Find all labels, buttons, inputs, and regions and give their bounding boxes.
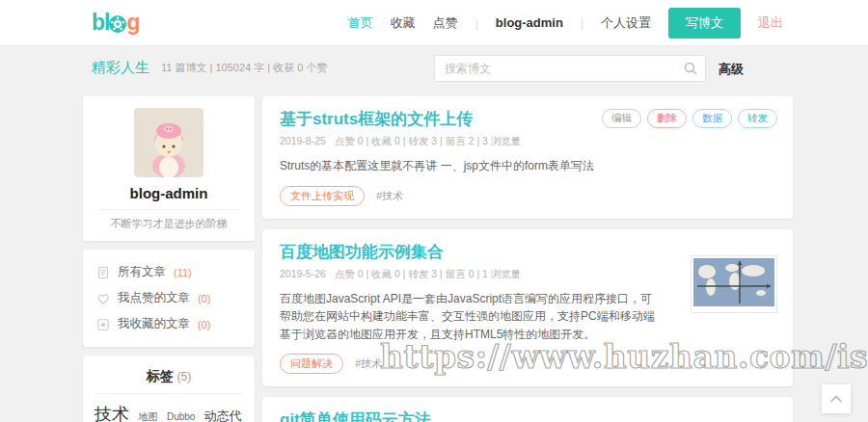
nav-home[interactable]: 首页 <box>348 14 373 32</box>
write-post-button[interactable]: 写博文 <box>668 8 741 39</box>
article-meta: 2019-8-25 点赞 0 | 收藏 0 | 转发 3 | 留言 2 | 3 … <box>280 135 775 148</box>
article-category[interactable]: #技术 <box>376 189 403 203</box>
sidebar-item-collected-articles[interactable]: 我收藏的文章 (0) <box>96 311 241 337</box>
article-tags: 文件上传实现 #技术 <box>280 186 775 206</box>
profile-divider <box>98 209 239 210</box>
sidebar-item-all-articles[interactable]: 所有文章 (11) <box>96 259 241 285</box>
article-date: 2019-5-26 <box>280 268 326 279</box>
article-tags: 问题解决 #技术 <box>280 354 775 374</box>
world-map-image <box>693 258 774 306</box>
sidebar-item-liked-articles[interactable]: 我点赞的文章 (0) <box>96 285 241 311</box>
blog-stats: 11 篇博文 | 105024 字 | 收获 0 个赞 <box>161 61 327 75</box>
tag-item[interactable]: 技术 <box>95 405 129 422</box>
avatar[interactable] <box>134 108 203 177</box>
article-actions: 编辑 删除 数据 转发 <box>602 109 777 128</box>
article-tag-pill[interactable]: 文件上传实现 <box>280 186 365 206</box>
tag-item[interactable]: 地图 <box>138 411 157 422</box>
nav-collect[interactable]: 收藏 <box>391 14 416 32</box>
blog-info-bar: 精彩人生 11 篇博文 | 105024 字 | 收获 0 个赞 <box>92 46 327 89</box>
sidebar-menu-card: 所有文章 (11) 我点赞的文章 (0) 我收藏的文章 (0) <box>83 250 255 347</box>
search-box <box>434 55 706 82</box>
logo-text-bl: bl <box>92 10 109 36</box>
menu-count: (0) <box>198 319 210 330</box>
chevron-up-icon <box>829 394 843 404</box>
main-nav: 首页 收藏 点赞 | blog-admin | 个人设置 写博文 退出 <box>348 8 783 39</box>
menu-label: 我点赞的文章 <box>118 290 190 306</box>
logout-link[interactable]: 退出 <box>758 14 783 32</box>
tag-cloud: 技术 地图 Dubbo 动态代理 适配器设计模式 <box>95 393 243 422</box>
advanced-search-link[interactable]: 高级 <box>719 61 744 78</box>
delete-button[interactable]: 删除 <box>647 109 687 128</box>
article-card: git简单使用码云方法 2018-8-26 点赞 0 | 收藏 0 | 转发 0… <box>262 397 793 422</box>
article-stats: 点赞 0 | 收藏 0 | 转发 3 | 留言 2 | 3 浏览量 <box>335 135 522 146</box>
nav-settings[interactable]: 个人设置 <box>601 14 651 32</box>
blog-logo[interactable]: bl g <box>92 10 140 36</box>
nav-divider: | <box>475 16 478 30</box>
menu-label: 我收藏的文章 <box>118 316 190 332</box>
top-header: bl g 首页 收藏 点赞 | blog-admin | 个人设置 写博文 退出 <box>0 0 868 46</box>
star-box-icon <box>96 318 110 331</box>
heart-icon <box>96 292 110 305</box>
article-thumbnail[interactable] <box>691 255 777 313</box>
nav-like[interactable]: 点赞 <box>433 14 458 32</box>
logo-text-g: g <box>126 10 139 36</box>
sidebar: blog-admin 不断学习才是进步的阶梯 所有文章 (11) 我点赞的文章 <box>83 96 255 422</box>
tags-card: 标签 (5) 技术 地图 Dubbo 动态代理 适配器设计模式 <box>83 356 255 422</box>
gear-icon <box>108 14 127 34</box>
article-date: 2019-8-25 <box>280 135 326 146</box>
article-card: 基于struts框架的文件上传 编辑 删除 数据 转发 2019-8-25 点赞… <box>262 96 793 219</box>
nav-username[interactable]: blog-admin <box>496 15 563 30</box>
nav-divider: | <box>581 16 583 30</box>
article-card: 百度地图功能示例集合 2019-5-26 点赞 0 | 收藏 0 | 转发 3 … <box>262 229 793 387</box>
menu-count: (0) <box>198 293 210 304</box>
article-tag-pill[interactable]: 问题解决 <box>280 354 343 374</box>
tags-count: (5) <box>177 370 192 383</box>
article-excerpt: Struts的基本配置这里就不再讲 一、jsp文件中的form表单写法 <box>280 157 775 175</box>
search-icon[interactable] <box>683 61 698 76</box>
scroll-to-top-button[interactable] <box>822 384 851 413</box>
document-icon <box>96 266 110 279</box>
tags-header: 标签 (5) <box>95 364 243 393</box>
article-stats: 点赞 0 | 收藏 0 | 转发 3 | 留言 0 | 1 浏览量 <box>335 268 522 279</box>
forward-button[interactable]: 转发 <box>738 109 777 128</box>
article-list: 基于struts框架的文件上传 编辑 删除 数据 转发 2019-8-25 点赞… <box>262 96 793 422</box>
search-input[interactable] <box>434 55 706 82</box>
profile-username: blog-admin <box>93 185 245 201</box>
page: bl g 首页 收藏 点赞 | blog-admin | 个人设置 写博文 退出 <box>0 0 868 422</box>
profile-card: blog-admin 不断学习才是进步的阶梯 <box>83 96 255 241</box>
menu-label: 所有文章 <box>118 264 166 280</box>
data-button[interactable]: 数据 <box>692 109 732 128</box>
menu-count: (11) <box>174 267 192 278</box>
article-title[interactable]: git简单使用码云方法 <box>280 409 775 422</box>
blog-name[interactable]: 精彩人生 <box>92 59 149 77</box>
tags-title: 标签 <box>147 368 174 383</box>
profile-motto: 不断学习才是进步的阶梯 <box>93 217 245 231</box>
tag-item[interactable]: Dubbo <box>167 411 195 422</box>
edit-button[interactable]: 编辑 <box>602 109 641 128</box>
article-category[interactable]: #技术 <box>355 356 382 371</box>
